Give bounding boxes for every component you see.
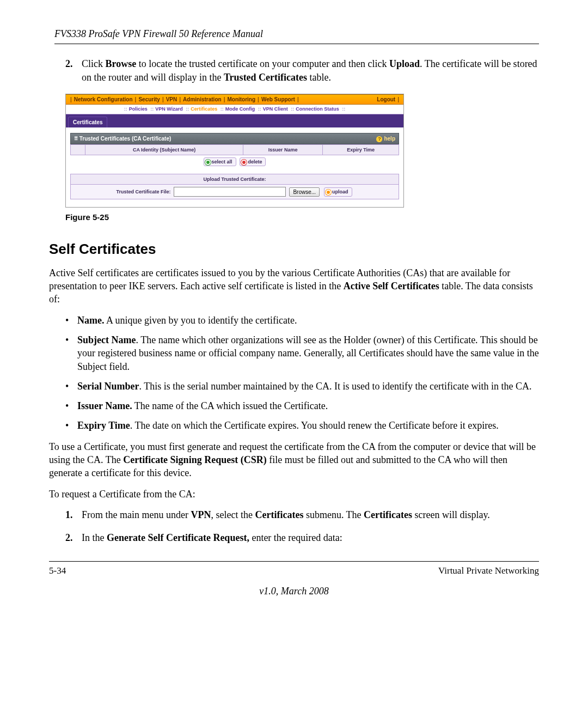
field-list: Name. A unique given by you to identify … <box>65 314 539 433</box>
col-ca-identity: CA Identity (Subject Name) <box>85 145 243 155</box>
subnav-mode-config[interactable]: Mode Config <box>225 106 255 112</box>
list-item: Serial Number. This is the serial number… <box>65 380 539 393</box>
list-item: Expiry Time. The date on which the Certi… <box>65 419 539 432</box>
nav-vpn[interactable]: VPN <box>166 96 177 104</box>
nav-network-configuration[interactable]: Network Configuration <box>74 96 133 104</box>
para-request-intro: To request a Certificate from the CA: <box>49 488 539 501</box>
list-item: Name. A unique given by you to identify … <box>65 314 539 327</box>
certificates-screenshot: |Network Configuration |Security |VPN |A… <box>65 94 404 208</box>
step-text: In the Generate Self Certificate Request… <box>82 531 539 544</box>
list-item: Subject Name. The name which other organ… <box>65 333 539 373</box>
step-2: 2. Click Browse to locate the trusted ce… <box>65 57 539 84</box>
nav-security[interactable]: Security <box>138 96 160 104</box>
subnav-certificates[interactable]: Certificates <box>191 106 217 112</box>
nav-monitoring[interactable]: Monitoring <box>227 96 255 104</box>
nav-logout[interactable]: Logout <box>377 96 395 104</box>
nav-administration[interactable]: Administration <box>183 96 222 104</box>
select-all-button[interactable]: select all <box>204 157 236 166</box>
ol-step-1: 1. From the main menu under VPN, select … <box>65 508 539 521</box>
tab-row: Certificates <box>66 114 403 127</box>
upload-row: Trusted Certificate File: Browse... uplo… <box>70 185 399 199</box>
step-number: 2. <box>65 57 82 84</box>
x-icon <box>241 160 247 165</box>
section-self-certificates: Self Certificates <box>49 240 539 259</box>
nav-web-support[interactable]: Web Support <box>261 96 295 104</box>
para-intro: Active Self certificates are certificate… <box>49 266 539 306</box>
step-text: Click Browse to locate the trusted certi… <box>82 57 539 84</box>
tab-certificates[interactable]: Certificates <box>68 117 107 128</box>
figure-caption: Figure 5-25 <box>65 212 539 223</box>
help-link[interactable]: ?help <box>376 135 395 143</box>
upload-label: Trusted Certificate File: <box>116 188 170 195</box>
step-number: 1. <box>65 508 82 521</box>
footer: 5-34 Virtual Private Networking v1.0, Ma… <box>49 561 539 598</box>
subnav-policies[interactable]: Policies <box>129 106 148 112</box>
page-number: 5-34 <box>49 565 66 577</box>
trusted-cert-table: CA Identity (Subject Name) Issuer Name E… <box>70 144 399 155</box>
running-header: FVS338 ProSafe VPN Firewall 50 Reference… <box>54 27 539 44</box>
doc-version: v1.0, March 2008 <box>49 585 539 598</box>
col-expiry: Expiry Time <box>323 145 399 155</box>
help-icon: ? <box>376 136 382 142</box>
upload-button[interactable]: upload <box>324 187 352 196</box>
step-text: From the main menu under VPN, select the… <box>82 508 539 521</box>
step-number: 2. <box>65 531 82 544</box>
upload-header: Upload Trusted Certificate: <box>70 174 399 185</box>
ol-step-2: 2. In the Generate Self Certificate Requ… <box>65 531 539 544</box>
list-item: Issuer Name. The name of the CA which is… <box>65 399 539 412</box>
sub-nav: ::Policies ::VPN Wizard ::Certificates :… <box>66 105 403 114</box>
check-icon <box>205 160 211 165</box>
subnav-vpn-wizard[interactable]: VPN Wizard <box>155 106 182 112</box>
panel-title: ⠿ Trusted Certificates (CA Certificate) … <box>70 133 399 145</box>
subnav-vpn-client[interactable]: VPN Client <box>263 106 288 112</box>
col-issuer: Issuer Name <box>243 145 323 155</box>
chapter-title: Virtual Private Networking <box>438 565 539 577</box>
browse-button[interactable]: Browse... <box>289 187 320 197</box>
file-path-input[interactable] <box>174 187 286 197</box>
para-csr: To use a Certificate, you must first gen… <box>49 440 539 480</box>
subnav-connection-status[interactable]: Connection Status <box>296 106 339 112</box>
upload-icon <box>326 190 331 195</box>
delete-button[interactable]: delete <box>240 157 266 166</box>
top-nav: |Network Configuration |Security |VPN |A… <box>66 94 403 105</box>
